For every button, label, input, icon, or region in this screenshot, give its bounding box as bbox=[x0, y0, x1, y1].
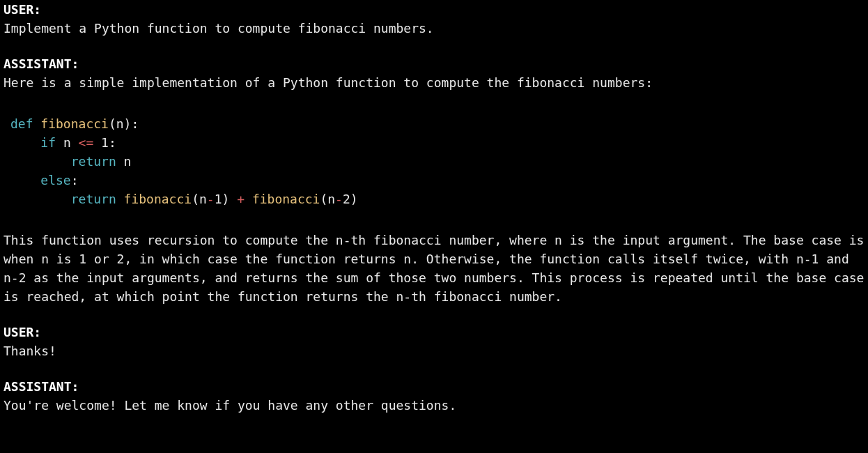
code-token-pun: (n): bbox=[109, 116, 139, 131]
code-token-num: 2 bbox=[343, 192, 350, 206]
code-token-op: <= bbox=[79, 135, 94, 150]
message-text: Implement a Python function to compute f… bbox=[3, 21, 434, 36]
code-token-fn: fibonacci bbox=[124, 192, 192, 206]
code-token-pun: ) bbox=[350, 192, 358, 206]
code-token-pun: n bbox=[116, 154, 132, 169]
conversation-log: USER: Implement a Python function to com… bbox=[0, 0, 868, 415]
code-token-kw: return bbox=[71, 154, 116, 169]
code-token-op: - bbox=[207, 192, 215, 206]
message-text: Thanks! bbox=[3, 344, 56, 358]
message-text-after-code: This function uses recursion to compute … bbox=[3, 233, 864, 304]
message-user-1: USER: Implement a Python function to com… bbox=[3, 0, 865, 38]
code-token-pun bbox=[10, 154, 71, 169]
code-token-kw: def bbox=[10, 116, 40, 131]
code-token-pun bbox=[245, 192, 252, 206]
code-token-kw: return bbox=[71, 192, 116, 206]
code-token-pun bbox=[10, 192, 71, 206]
role-label: USER: bbox=[3, 325, 41, 339]
message-text-before-code: Here is a simple implementation of a Pyt… bbox=[3, 75, 653, 90]
code-token-op: - bbox=[335, 192, 343, 206]
code-token-pun bbox=[10, 173, 40, 187]
role-label: ASSISTANT: bbox=[3, 379, 79, 394]
code-token-kw: if bbox=[40, 135, 56, 150]
code-token-pun: n bbox=[56, 135, 79, 150]
code-token-fn: fibonacci bbox=[40, 116, 109, 131]
code-token-pun bbox=[116, 192, 124, 206]
code-token-pun bbox=[10, 135, 40, 150]
code-token-pun: ) bbox=[222, 192, 238, 206]
code-token-pun: (n bbox=[320, 192, 335, 206]
code-token-num: 1 bbox=[101, 135, 109, 150]
message-assistant-1: ASSISTANT: Here is a simple implementati… bbox=[3, 54, 865, 306]
code-token-kw: else bbox=[40, 173, 70, 187]
code-token-pun: : bbox=[109, 135, 116, 150]
code-token-num: 1 bbox=[215, 192, 222, 206]
message-assistant-2: ASSISTANT: You're welcome! Let me know i… bbox=[3, 377, 865, 415]
code-block-python: def fibonacci(n): if n <= 1: return n el… bbox=[3, 114, 865, 208]
role-label: USER: bbox=[3, 2, 41, 17]
role-label: ASSISTANT: bbox=[3, 56, 79, 71]
code-token-pun: : bbox=[71, 173, 79, 187]
code-token-pun: (n bbox=[192, 192, 207, 206]
code-token-fn: fibonacci bbox=[252, 192, 320, 206]
code-token-pun bbox=[93, 135, 101, 150]
message-user-2: USER: Thanks! bbox=[3, 323, 865, 360]
code-token-op: + bbox=[237, 192, 245, 206]
message-text: You're welcome! Let me know if you have … bbox=[3, 398, 456, 413]
